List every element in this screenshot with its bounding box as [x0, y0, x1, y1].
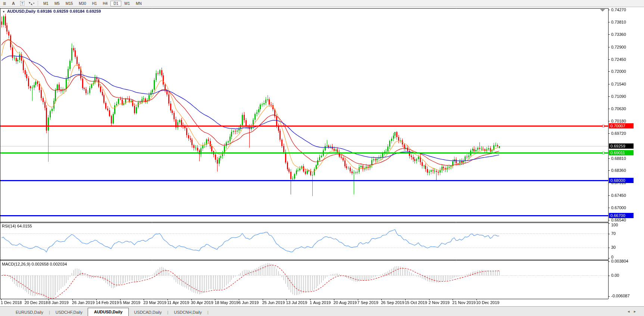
tab-usdchf[interactable]: USDCHF,Daily [50, 309, 88, 316]
timeframe-m15-button[interactable]: M15 [63, 1, 76, 6]
low-value: 0.69184 [70, 9, 85, 13]
cursor-mode-icon[interactable]: A [9, 0, 18, 6]
text-label-tool-icon[interactable]: T [18, 0, 26, 6]
close-value: 0.69259 [86, 9, 101, 13]
arrow-objects-icon[interactable]: ▾ [27, 0, 35, 6]
tab-scroll-nav: ◄► [627, 310, 640, 313]
tab-scroll-left-icon[interactable]: ◄ [627, 310, 633, 313]
symbol-tabs: EURUSD,Daily|USDCHF,DailyAUDUSD,DailyUSD… [0, 307, 209, 316]
arrow-objects-glyph [28, 1, 33, 6]
blue-level-price-label[interactable]: 0.68000 [609, 178, 634, 183]
symbol-tab-bar: EURUSD,Daily|USDCHF,DailyAUDUSD,DailyUSD… [0, 306, 644, 316]
chart-header: ▼AUDUSD,Daily0.691860.692590.691840.6925… [2, 9, 102, 13]
rsi-indicator-label: RSI(14) 64.0155 [2, 224, 32, 228]
timeframe-w1-button[interactable]: W1 [121, 1, 133, 6]
timeframe-h1-button[interactable]: H1 [89, 1, 100, 6]
timeframe-d1-button[interactable]: D1 [110, 1, 121, 6]
support-price-label[interactable]: 0.69011 [609, 150, 634, 155]
blue-level2-price-label[interactable]: 0.66700 [609, 213, 634, 218]
top-toolbar: ≣ A T ▾ M1M5M15M30H1H4D1W1MN [0, 0, 644, 7]
timeframe-m5-button[interactable]: M5 [51, 1, 63, 6]
resistance-price-label[interactable]: 0.70007 [609, 123, 634, 128]
high-value: 0.69259 [53, 9, 68, 13]
timeframe-mn-button[interactable]: MN [133, 1, 145, 6]
timeframe-m1-button[interactable]: M1 [40, 1, 51, 6]
tick-chart-icon[interactable]: ≣ [0, 0, 9, 6]
tab-scroll-right-icon[interactable]: ► [633, 310, 640, 313]
timeframe-m30-button[interactable]: M30 [76, 1, 89, 6]
timeframe-buttons: M1M5M15M30H1H4D1W1MN [40, 1, 145, 6]
open-value: 0.69186 [37, 9, 52, 13]
toolbar-separator [38, 1, 38, 6]
price-chart-canvas[interactable] [0, 0, 644, 316]
tab-audusd[interactable]: AUDUSD,Daily [88, 308, 129, 316]
tab-eurusd[interactable]: EURUSD,Daily [10, 309, 49, 316]
macd-indicator-label: MACD(12,26,9) 0.002658 0.002034 [2, 262, 67, 266]
terminal-window: ≣ A T ▾ M1M5M15M30H1H4D1W1MN ▼AUDUSD,Dai… [0, 0, 644, 316]
tab-separator: | [207, 309, 209, 316]
chevron-down-icon: ▾ [33, 2, 35, 5]
current-price-label: 0.69259 [609, 143, 634, 149]
tab-usdcad[interactable]: USDCAD,Daily [129, 309, 167, 316]
tab-usdcnh[interactable]: USDCNH,Daily [169, 309, 207, 316]
timeframe-h4-button[interactable]: H4 [100, 1, 111, 6]
collapse-triangle-icon[interactable]: ▼ [2, 10, 5, 13]
symbol-period-label: AUDUSD,Daily [7, 9, 35, 13]
